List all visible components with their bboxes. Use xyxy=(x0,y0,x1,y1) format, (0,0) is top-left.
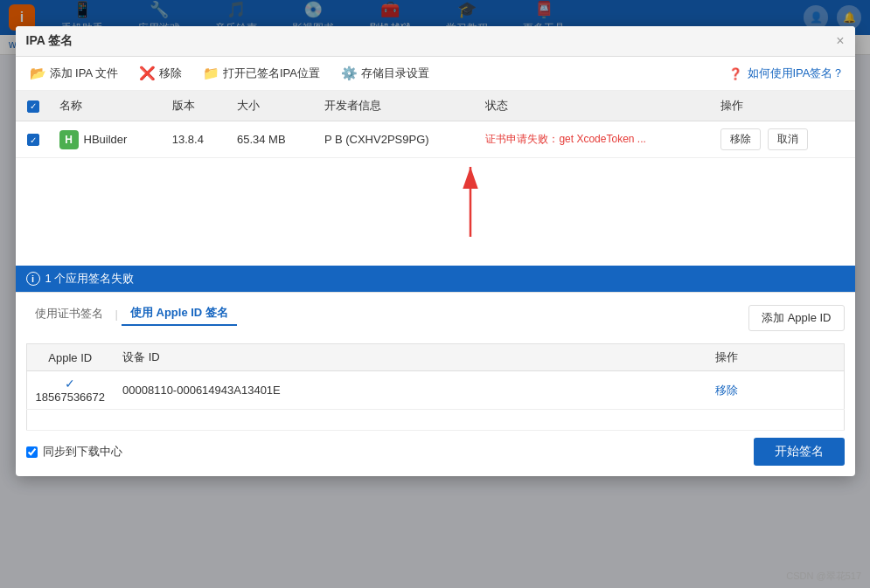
modal-close-button[interactable]: × xyxy=(836,33,844,49)
modal-header: IPA 签名 × xyxy=(16,26,855,55)
ipa-sign-modal: IPA 签名 × 📂 添加 IPA 文件 ❌ 移除 📁 打开已签名IPA位置 ⚙… xyxy=(16,26,855,55)
modal-title: IPA 签名 xyxy=(26,33,73,49)
modal-overlay: IPA 签名 × 📂 添加 IPA 文件 ❌ 移除 📁 打开已签名IPA位置 ⚙… xyxy=(0,0,870,55)
